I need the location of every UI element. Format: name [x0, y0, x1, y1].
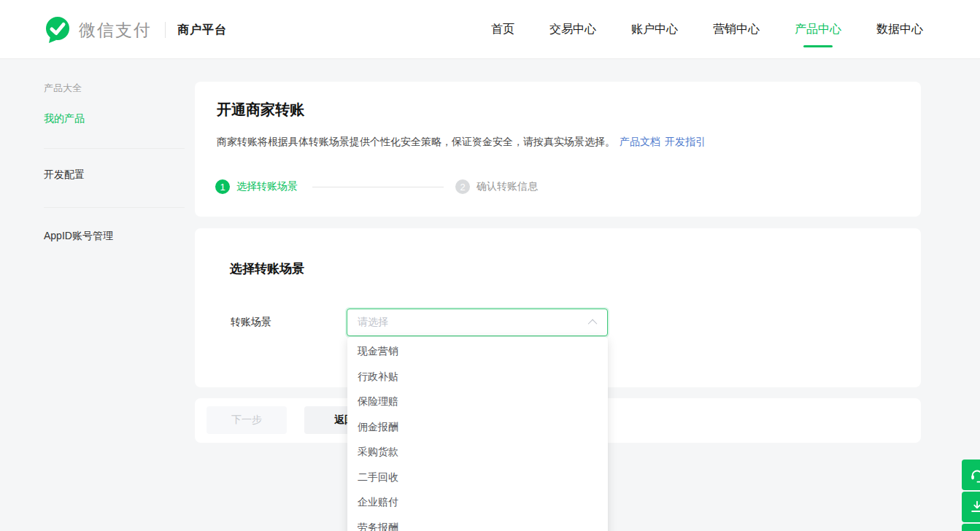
dropdown-option-admin-subsidy[interactable]: 行政补贴: [347, 364, 608, 389]
contact-button[interactable]: [962, 524, 980, 531]
nav-item-marketing-center[interactable]: 营销中心: [713, 22, 760, 37]
brand-name: 微信支付: [79, 19, 152, 42]
nav-item-trade-center[interactable]: 交易中心: [549, 22, 596, 37]
sidebar-item-appid-management[interactable]: AppID账号管理: [44, 230, 113, 243]
nav-item-product-center[interactable]: 产品中心: [795, 22, 841, 37]
step-2-label: 确认转账信息: [477, 180, 538, 193]
dev-guide-link[interactable]: 开发指引: [665, 136, 706, 147]
dropdown-option-enterprise-compensation[interactable]: 企业赔付: [347, 489, 608, 515]
nav-item-data-center[interactable]: 数据中心: [876, 22, 923, 37]
wechat-pay-icon: [44, 15, 72, 44]
step-1-circle: 1: [215, 179, 230, 194]
transfer-scene-dropdown: 现金营销 行政补贴 保险理赔 佣金报酬 采购货款 二手回收 企业赔付 劳务报酬: [347, 337, 608, 531]
step-1-label: 选择转账场景: [236, 180, 298, 193]
brand-logo[interactable]: 微信支付 商户平台: [44, 15, 227, 44]
dropdown-option-commission[interactable]: 佣金报酬: [347, 414, 608, 440]
page-description: 商家转账将根据具体转账场景提供个性化安全策略，保证资金安全，请按真实场景选择。产…: [217, 136, 706, 149]
transfer-scene-select[interactable]: 请选择: [347, 309, 608, 336]
top-nav: 首页 交易中心 账户中心 营销中心 产品中心 数据中心: [491, 0, 923, 59]
feedback-icon: [969, 499, 980, 515]
sidebar-section-label: 产品大全: [44, 82, 82, 95]
sidebar-item-dev-config[interactable]: 开发配置: [44, 168, 85, 182]
sidebar-divider: [44, 207, 185, 208]
transfer-scene-label: 转账场景: [231, 316, 271, 329]
page-title: 开通商家转账: [217, 100, 304, 120]
customer-service-button[interactable]: [962, 460, 980, 490]
next-step-button[interactable]: 下一步: [207, 406, 287, 434]
step-connector-line: [312, 187, 444, 187]
form-section-title: 选择转账场景: [230, 260, 304, 277]
dropdown-option-secondhand-recycle[interactable]: 二手回收: [347, 465, 608, 490]
sidebar-divider: [44, 148, 185, 149]
customer-service-icon: [969, 467, 980, 483]
platform-name: 商户平台: [177, 23, 227, 38]
dropdown-option-procurement[interactable]: 采购货款: [347, 439, 608, 465]
nav-item-home[interactable]: 首页: [491, 22, 514, 37]
dropdown-option-insurance-claim[interactable]: 保险理赔: [347, 389, 608, 414]
dropdown-option-cash-marketing[interactable]: 现金营销: [347, 338, 608, 364]
brand-divider: [165, 22, 166, 38]
description-text: 商家转账将根据具体转账场景提供个性化安全策略，保证资金安全，请按真实场景选择。: [217, 136, 615, 147]
nav-item-account-center[interactable]: 账户中心: [631, 22, 678, 37]
product-doc-link[interactable]: 产品文档: [620, 136, 660, 147]
floating-side-panel: [962, 460, 980, 531]
dropdown-option-labor-remuneration[interactable]: 劳务报酬: [347, 515, 608, 531]
step-indicator: 1 选择转账场景 2 确认转账信息: [215, 179, 538, 195]
select-placeholder: 请选择: [358, 316, 590, 329]
step-2-circle: 2: [455, 179, 470, 194]
sidebar-item-my-products[interactable]: 我的产品: [44, 112, 85, 125]
feedback-button[interactable]: [962, 492, 980, 522]
intro-card: 开通商家转账 商家转账将根据具体转账场景提供个性化安全策略，保证资金安全，请按真…: [195, 82, 921, 217]
top-header: 微信支付 商户平台 首页 交易中心 账户中心 营销中心 产品中心 数据中心: [0, 0, 980, 59]
